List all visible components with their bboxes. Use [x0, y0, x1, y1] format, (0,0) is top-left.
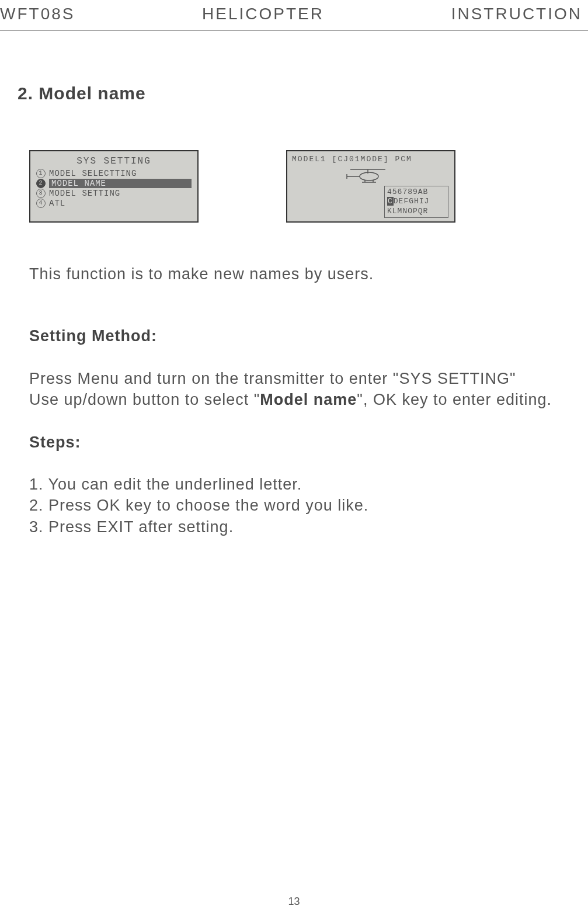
page-content: 2. Model name SYS SETTING 1 MODEL SELECT… — [0, 31, 588, 537]
menu-label: ATL — [49, 199, 65, 208]
lcd-menu-item: 4 ATL — [36, 199, 192, 208]
char-row-rest: DEFGHIJ — [394, 197, 430, 206]
lcd-menu-item: 3 MODEL SETTING — [36, 189, 192, 198]
step-item: 1. You can edit the underlined letter. — [29, 474, 565, 495]
lcd-screens-row: SYS SETTING 1 MODEL SELECTTING 2 MODEL N… — [18, 150, 565, 223]
step-item: 2. Press OK key to choose the word you l… — [29, 495, 565, 516]
header-type: INSTRUCTION — [451, 5, 582, 23]
steps-list: 1. You can edit the underlined letter. 2… — [29, 474, 565, 537]
char-row: 456789AB — [387, 188, 446, 197]
setting-method-heading: Setting Method: — [29, 325, 565, 346]
char-row: KLMNOPQR — [387, 207, 446, 216]
header-model: WFT08S — [0, 5, 75, 23]
lcd-menu-item-selected: 2 MODEL NAME — [36, 179, 192, 188]
helicopter-icon — [345, 166, 397, 183]
step-item: 3. Press EXIT after setting. — [29, 516, 565, 537]
menu-number-icon: 3 — [36, 189, 46, 198]
menu-number-icon: 4 — [36, 199, 46, 208]
setting-method-line1: Press Menu and turn on the transmitter t… — [29, 368, 565, 389]
lcd-model-name: MODEL1 [CJ01MODE] PCM 456789AB CDEFGHIJ … — [286, 150, 455, 223]
lcd-right-header: MODEL1 [CJ01MODE] PCM — [292, 155, 450, 164]
setting-method-line2: Use up/down button to select "Model name… — [29, 389, 565, 410]
lcd-sys-setting: SYS SETTING 1 MODEL SELECTTING 2 MODEL N… — [29, 150, 199, 223]
intro-text: This function is to make new names by us… — [29, 263, 565, 284]
text-part: ", OK key to enter editing. — [357, 391, 552, 408]
menu-label: MODEL NAME — [49, 179, 192, 188]
body-text: This function is to make new names by us… — [18, 263, 565, 538]
lcd-left-title: SYS SETTING — [36, 156, 192, 166]
menu-label: MODEL SETTING — [49, 189, 120, 198]
header-category: HELICOPTER — [202, 5, 324, 23]
char-row: CDEFGHIJ — [387, 197, 446, 206]
section-title: 2. Model name — [18, 84, 565, 103]
page-header: WFT08S HELICOPTER INSTRUCTION — [0, 0, 588, 31]
text-part: Use up/down button to select " — [29, 391, 260, 408]
menu-label: MODEL SELECTTING — [49, 169, 137, 178]
menu-number-icon: 1 — [36, 169, 46, 178]
text-bold: Model name — [260, 391, 357, 408]
character-grid: 456789AB CDEFGHIJ KLMNOPQR — [384, 186, 448, 218]
page-number: 13 — [288, 896, 300, 908]
menu-number-icon: 2 — [36, 179, 46, 188]
lcd-menu-item: 1 MODEL SELECTTING — [36, 169, 192, 178]
char-cursor: C — [387, 197, 394, 206]
svg-point-2 — [360, 172, 378, 181]
steps-heading: Steps: — [29, 432, 565, 453]
